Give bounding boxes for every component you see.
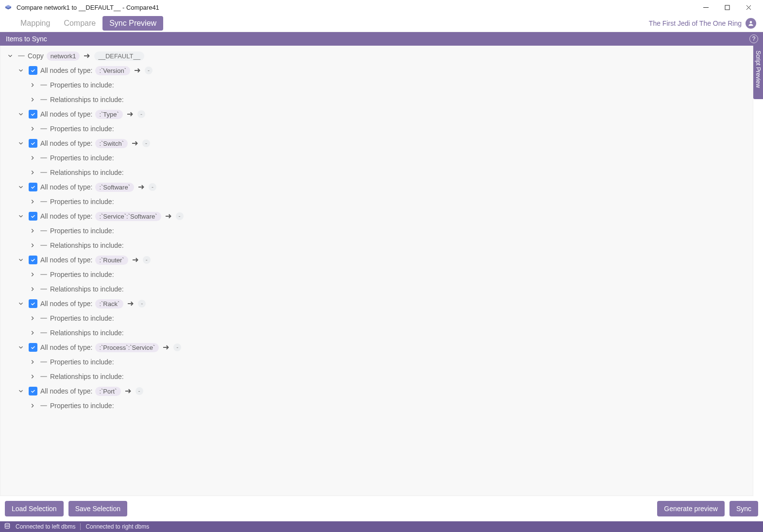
tab-compare[interactable]: Compare — [57, 16, 102, 31]
all-nodes-label: All nodes of type: — [40, 110, 92, 118]
type-tag: :`Software` — [95, 183, 134, 192]
chevron-right-icon[interactable] — [28, 313, 37, 323]
chevron-right-icon[interactable] — [28, 240, 37, 250]
node-type-row: All nodes of type::`Version`- — [4, 63, 751, 78]
node-type-row: All nodes of type::`Router`- — [4, 253, 751, 267]
checkbox[interactable] — [29, 212, 37, 221]
child-label: Properties to include: — [50, 314, 114, 322]
chevron-right-icon[interactable] — [28, 153, 37, 163]
type-tag: :`Type` — [95, 110, 122, 119]
child-label: Properties to include: — [50, 402, 114, 410]
chevron-right-icon[interactable] — [28, 95, 37, 104]
chevron-down-icon[interactable] — [5, 51, 15, 61]
child-row: Properties to include: — [4, 121, 751, 136]
chevron-right-icon[interactable] — [28, 197, 37, 206]
child-row: Properties to include: — [4, 151, 751, 165]
chevron-right-icon[interactable] — [28, 328, 37, 338]
child-label: Relationships to include: — [50, 373, 124, 380]
chevron-right-icon[interactable] — [28, 168, 37, 177]
all-nodes-label: All nodes of type: — [40, 387, 92, 395]
target-empty-badge: - — [145, 67, 153, 74]
node-type-row: All nodes of type::`Type`- — [4, 107, 751, 121]
tab-mapping[interactable]: Mapping — [14, 16, 57, 31]
checkbox[interactable] — [29, 387, 37, 395]
title-bar: Compare network1 to __DEFAULT__ - Compar… — [0, 0, 763, 15]
chevron-down-icon[interactable] — [16, 255, 26, 265]
node-type-row: All nodes of type::`Port`- — [4, 384, 751, 398]
svg-point-12 — [5, 523, 9, 525]
tab-sync-preview[interactable]: Sync Preview — [102, 16, 163, 31]
type-tag: :`Version` — [95, 66, 130, 75]
checkbox[interactable] — [29, 110, 37, 119]
chevron-right-icon[interactable] — [28, 284, 37, 294]
checkbox[interactable] — [29, 343, 37, 352]
target-empty-badge: - — [138, 300, 146, 308]
save-selection-button[interactable]: Save Selection — [68, 501, 127, 516]
chevron-right-icon[interactable] — [28, 357, 37, 367]
checkbox[interactable] — [29, 66, 37, 75]
minimize-button[interactable] — [695, 0, 716, 15]
sync-button[interactable]: Sync — [729, 501, 758, 516]
arrow-right-icon — [126, 299, 135, 308]
chevron-down-icon[interactable] — [16, 66, 26, 75]
status-left: Connected to left dbms — [16, 523, 75, 530]
user-name: The First Jedi of The One Ring — [649, 19, 742, 27]
checkbox[interactable] — [29, 183, 37, 191]
node-type-row: All nodes of type::`Switch`- — [4, 136, 751, 151]
chevron-down-icon[interactable] — [16, 182, 26, 192]
checkbox[interactable] — [29, 256, 37, 264]
section-header: Items to Sync ? — [0, 32, 763, 46]
tree-scroll[interactable]: Copynetwork1__DEFAULT__All nodes of type… — [0, 46, 753, 496]
child-label: Properties to include: — [50, 227, 114, 235]
help-button[interactable]: ? — [749, 34, 758, 43]
type-tag: :`Rack` — [95, 299, 123, 309]
chevron-down-icon[interactable] — [16, 299, 26, 309]
child-label: Properties to include: — [50, 358, 114, 366]
section-title: Items to Sync — [6, 35, 47, 43]
chevron-down-icon[interactable] — [16, 211, 26, 221]
checkbox[interactable] — [29, 139, 37, 148]
chevron-right-icon[interactable] — [28, 80, 37, 90]
child-label: Properties to include: — [50, 271, 114, 278]
chevron-right-icon[interactable] — [28, 401, 37, 411]
dash-icon — [40, 318, 47, 319]
close-button[interactable] — [738, 0, 759, 15]
chevron-right-icon[interactable] — [28, 372, 37, 381]
node-type-row: All nodes of type::`Service`:`Software`- — [4, 209, 751, 223]
status-bar: Connected to left dbms Connected to righ… — [0, 521, 763, 532]
load-selection-button[interactable]: Load Selection — [5, 501, 64, 516]
chevron-right-icon[interactable] — [28, 226, 37, 236]
child-label: Relationships to include: — [50, 96, 124, 103]
chevron-down-icon[interactable] — [16, 138, 26, 148]
child-row: Properties to include: — [4, 311, 751, 326]
svg-point-1 — [750, 21, 752, 23]
user-info[interactable]: The First Jedi of The One Ring — [649, 18, 758, 29]
child-label: Relationships to include: — [50, 241, 124, 249]
generate-preview-button[interactable]: Generate preview — [657, 501, 725, 516]
child-row: Relationships to include: — [4, 369, 751, 384]
status-right: Connected to right dbms — [85, 523, 149, 530]
chevron-down-icon[interactable] — [16, 109, 26, 119]
dash-icon — [40, 332, 47, 333]
chevron-down-icon[interactable] — [16, 343, 26, 352]
target-empty-badge: - — [143, 256, 151, 264]
chevron-right-icon[interactable] — [28, 124, 37, 134]
target-empty-badge: - — [142, 139, 150, 147]
child-label: Properties to include: — [50, 81, 114, 89]
dash-icon — [40, 128, 47, 129]
checkbox[interactable] — [29, 299, 37, 308]
type-tag: :`Router` — [95, 256, 128, 265]
child-row: Relationships to include: — [4, 282, 751, 296]
child-label: Properties to include: — [50, 198, 114, 206]
node-type-row: All nodes of type::`Software`- — [4, 180, 751, 194]
chevron-down-icon[interactable] — [16, 386, 26, 396]
chevron-right-icon[interactable] — [28, 270, 37, 279]
all-nodes-label: All nodes of type: — [40, 256, 92, 264]
side-tab-script-preview[interactable]: Script Preview — [753, 46, 763, 99]
child-row: Relationships to include: — [4, 326, 751, 340]
dash-icon — [40, 99, 47, 100]
target-empty-badge: - — [149, 183, 156, 191]
arrow-right-icon — [133, 66, 142, 75]
target-empty-badge: - — [137, 110, 145, 118]
maximize-button[interactable] — [716, 0, 738, 15]
